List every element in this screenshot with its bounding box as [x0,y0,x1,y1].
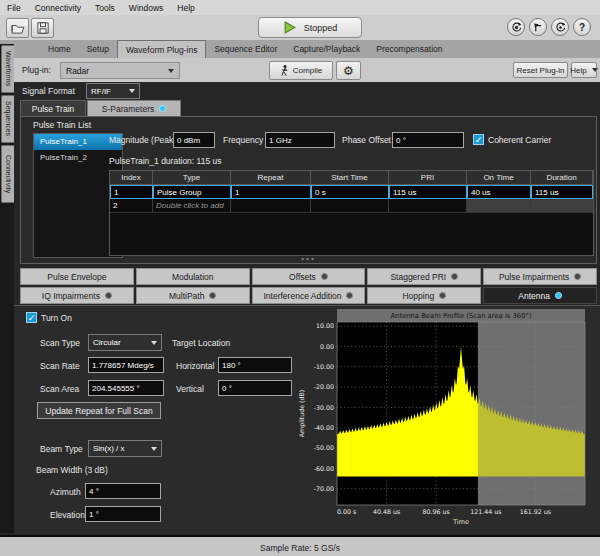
cell-start-time[interactable] [311,199,389,213]
tab-multipath[interactable]: MultiPath [136,287,250,304]
svg-text:-30.00: -30.00 [314,404,334,411]
refresh-button[interactable] [551,18,569,36]
plugin-help-label: Help [570,66,586,75]
col-header: PRI [389,171,467,185]
cell-on-time[interactable]: 40 us [467,185,531,199]
cell-repeat[interactable]: 1 [231,185,311,199]
plugin-select-value: Radar [66,66,89,76]
sidetab-waveforms[interactable]: Waveforms [1,45,14,93]
tab-staggered-pri[interactable]: Staggered PRI [367,268,481,285]
beam-type-select[interactable]: Sin(x) / x [88,440,162,457]
run-state-button[interactable]: Stopped [258,17,362,38]
status-dot-icon [105,292,112,299]
menu-windows[interactable]: Windows [122,3,170,13]
cell-add-placeholder[interactable]: Double click to add [153,199,231,213]
tab-precompensation[interactable]: Precompensation [368,40,450,58]
cell-index[interactable]: 2 [110,199,153,213]
col-header: Index [110,171,153,185]
cell-pri[interactable]: 115 us [389,185,467,199]
tab-interference-addition[interactable]: Interference Addition [252,287,366,304]
arrow-up-left-icon [533,22,544,33]
elevation-input[interactable] [85,506,161,522]
horizontal-input[interactable] [218,357,292,373]
menu-file[interactable]: File [0,3,28,13]
menu-bar: File Connectivity Tools Windows Help [0,0,600,15]
signal-format-label: Signal Format [22,86,75,96]
circular-arrow-grid-icon [511,22,522,33]
scan-type-label: Scan Type [40,338,80,348]
tab-s-parameters[interactable]: S-Parameters [87,100,181,117]
tab-pulse-envelope[interactable]: Pulse Envelope [20,268,134,285]
tab-pulse-train[interactable]: Pulse Train [20,100,86,117]
reset-plugin-button[interactable]: Reset Plug-in [513,62,568,78]
tab-antenna[interactable]: Antenna [483,287,597,304]
tab-label: Antenna [518,291,550,301]
tab-label: Hopping [402,291,434,301]
tab-setup[interactable]: Setup [79,40,117,58]
help-button[interactable]: ? [573,18,591,36]
svg-text:-10.00: -10.00 [314,363,334,370]
tab-label: Staggered PRI [390,272,446,282]
cell-index[interactable]: 1 [110,185,153,199]
open-file-button[interactable] [6,18,29,38]
tab-waveform-plugins[interactable]: Waveform Plug-ins [117,40,206,58]
splitter-handle[interactable]: ••• [301,256,315,262]
cell-type[interactable]: Pulse Group [153,185,231,199]
coherent-carrier-checkbox[interactable]: ✓ [473,134,484,145]
update-repeat-button[interactable]: Update Repeat for Full Scan [37,402,161,419]
compile-label: Compile [293,66,322,75]
phase-offset-input[interactable] [392,132,464,148]
status-dot-icon [209,292,216,299]
save-button[interactable] [31,18,54,38]
question-mark-icon: ? [579,22,585,33]
scan-type-select[interactable]: Circular [88,334,162,351]
compile-button[interactable]: Compile [269,61,333,80]
plugin-help-button[interactable]: Help [571,62,597,78]
signal-format-value: RF/IF [91,87,111,96]
compile-settings-button[interactable]: ⚙ [336,61,361,80]
tab-iq-impairments[interactable]: IQ Impairments [20,287,134,304]
frequency-input[interactable] [265,132,335,148]
sidetab-connectivity[interactable]: Connectivity [1,145,14,203]
table-header-row: Index Type Repeat Start Time PRI On Time… [110,171,593,185]
cell-duration [531,199,593,213]
turn-on-label: Turn On [41,313,72,323]
azimuth-input[interactable] [85,483,161,499]
turn-on-checkbox[interactable]: ✓ [26,312,37,323]
cell-pri[interactable] [389,199,467,213]
status-dot-icon [574,273,581,280]
update-repeat-label: Update Repeat for Full Scan [45,406,152,416]
tab-offsets[interactable]: Offsets [252,268,366,285]
tab-home[interactable]: Home [40,40,79,58]
cell-repeat[interactable] [231,199,311,213]
side-tab-rail: Waveforms Sequences Connectivity [0,44,14,533]
coherent-carrier-label: Coherent Carrier [488,135,551,145]
reset-plugin-label: Reset Plug-in [516,66,564,75]
plugin-select[interactable]: Radar [60,62,180,79]
menu-help[interactable]: Help [170,3,201,13]
cell-duration[interactable]: 115 us [531,185,593,199]
tab-capture-playback[interactable]: Capture/Playback [285,40,368,58]
menu-connectivity[interactable]: Connectivity [28,3,88,13]
menu-tools[interactable]: Tools [88,3,122,13]
tab-pulse-impairments[interactable]: Pulse Impairments [483,268,597,285]
svg-text:-60.00: -60.00 [314,465,334,472]
sidetab-sequences[interactable]: Sequences [1,95,14,143]
cell-start-time[interactable]: 0 s [311,185,389,199]
svg-text:10.00: 10.00 [316,322,334,329]
restore-layout-button[interactable] [529,18,547,36]
tab-modulation[interactable]: Modulation [136,268,250,285]
tab-sequence-editor[interactable]: Sequence Editor [206,40,285,58]
save-icon [37,22,49,34]
refresh-setup-button[interactable] [507,18,525,36]
signal-format-select[interactable]: RF/IF [86,83,140,99]
magnitude-input[interactable] [173,132,215,148]
tab-hopping[interactable]: Hopping [367,287,481,304]
scan-area-input[interactable] [88,380,164,396]
scan-rate-input[interactable] [88,357,164,373]
svg-text:161.92 us: 161.92 us [520,508,551,515]
tab-label: Pulse Impairments [499,272,569,282]
magnitude-label: Magnitude (Peak) [109,135,176,145]
svg-text:-50.00: -50.00 [314,444,334,451]
vertical-input[interactable] [218,380,292,396]
